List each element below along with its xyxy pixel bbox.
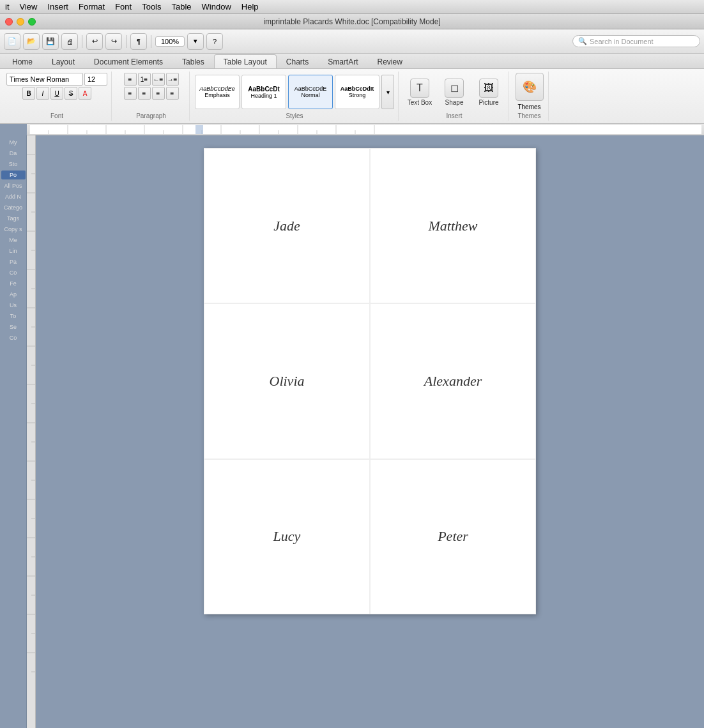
themes-button-label: Themes <box>517 103 540 110</box>
window-title: imprintable Placards White.doc [Compatib… <box>263 17 440 26</box>
numbered-list-button[interactable]: 1≡ <box>138 73 151 86</box>
tab-tables[interactable]: Tables <box>172 54 214 68</box>
placard-name-lucy: Lucy <box>273 528 301 545</box>
zoom-dropdown[interactable]: ▾ <box>187 33 204 50</box>
style-emphasis[interactable]: AaBbCcDdEe Emphasis <box>195 75 240 109</box>
placard-cell-peter[interactable]: Peter <box>370 459 536 614</box>
align-center-button[interactable]: ≡ <box>138 87 151 100</box>
style-heading1[interactable]: AaBbCcDt Heading 1 <box>241 75 286 109</box>
sidebar-item-sto[interactable]: Sto <box>1 160 26 169</box>
bold-button[interactable]: B <box>22 87 35 100</box>
minimize-button[interactable] <box>17 18 24 26</box>
menu-item-view[interactable]: View <box>20 2 38 11</box>
sidebar-item-categ[interactable]: Catego <box>1 203 26 212</box>
outdent-button[interactable]: ←≡ <box>152 73 165 86</box>
themes-group: 🎨 Themes Themes <box>510 72 549 121</box>
menu-item-tools[interactable]: Tools <box>142 2 161 11</box>
redo-button[interactable]: ↪ <box>105 33 122 50</box>
sidebar-item-to[interactable]: To <box>1 312 26 321</box>
tab-smartart[interactable]: SmartArt <box>318 54 367 68</box>
sidebar-item-co2[interactable]: Co <box>1 333 26 342</box>
sidebar-item-addn[interactable]: Add N <box>1 192 26 201</box>
placard-cell-olivia[interactable]: Olivia <box>204 303 370 459</box>
menu-item-it[interactable]: it <box>5 2 10 11</box>
insert-picture-button[interactable]: 🖼 Picture <box>473 75 505 109</box>
placard-name-olivia: Olivia <box>270 373 305 390</box>
tab-charts[interactable]: Charts <box>277 54 318 68</box>
undo-button[interactable]: ↩ <box>86 33 103 50</box>
bullet-list-button[interactable]: ≡ <box>124 73 137 86</box>
tab-review[interactable]: Review <box>368 54 412 68</box>
sidebar-item-fe[interactable]: Fe <box>1 279 26 288</box>
style-strong[interactable]: AaBbCcDdIt Strong <box>335 75 379 109</box>
style-normal[interactable]: AaBbCcDdE Normal <box>288 75 333 109</box>
sidebar-item-tags[interactable]: Tags <box>1 214 26 223</box>
strikethrough-button[interactable]: S <box>65 87 77 100</box>
sidebar-item-po[interactable]: Po <box>1 171 26 179</box>
vertical-ruler <box>27 135 36 728</box>
themes-button[interactable]: 🎨 <box>516 73 544 101</box>
font-name-input[interactable]: Times New Roman <box>6 73 83 86</box>
tab-home[interactable]: Home <box>3 54 42 68</box>
sidebar-item-copys[interactable]: Copy s <box>1 225 26 234</box>
styles-group: AaBbCcDdEe Emphasis AaBbCcDt Heading 1 A… <box>191 72 399 121</box>
document-area[interactable]: Jade Matthew Olivia Alexander Lucy Peter <box>36 135 704 728</box>
placard-cell-lucy[interactable]: Lucy <box>204 459 370 614</box>
styles-more-button[interactable]: ▾ <box>381 75 394 109</box>
underline-button[interactable]: U <box>50 87 63 100</box>
paragraph-label: Paragraph <box>136 111 166 119</box>
sidebar-item-me[interactable]: Me <box>1 236 26 245</box>
tab-document-elements[interactable]: Document Elements <box>84 54 172 68</box>
insert-textbox-button[interactable]: T Text Box <box>404 75 436 109</box>
sidebar-item-ap[interactable]: Ap <box>1 290 26 299</box>
style-normal-preview: AaBbCcDdE <box>295 86 327 92</box>
sidebar-item-pa[interactable]: Pa <box>1 257 26 266</box>
insert-shape-button[interactable]: ◻ Shape <box>438 75 470 109</box>
paragraph-content: ≡ 1≡ ←≡ →≡ ≡ ≡ ≡ ≡ <box>117 73 185 111</box>
menu-item-font[interactable]: Font <box>115 2 132 11</box>
save-button[interactable]: 💾 <box>42 33 59 50</box>
themes-content: 🎨 Themes <box>516 73 544 111</box>
font-color-button[interactable]: A <box>79 87 91 100</box>
new-button[interactable]: 📄 <box>4 33 20 50</box>
sidebar-item-da[interactable]: Da <box>1 149 26 158</box>
sidebar-item-lin[interactable]: Lin <box>1 246 26 255</box>
style-heading1-preview: AaBbCcDt <box>248 86 279 93</box>
window-controls <box>5 18 36 26</box>
themes-label: Themes <box>517 111 540 119</box>
menu-item-help[interactable]: Help <box>241 2 259 11</box>
indent-button[interactable]: →≡ <box>166 73 179 86</box>
font-size-input[interactable]: 12 <box>84 73 107 86</box>
justify-button[interactable]: ≡ <box>166 87 179 100</box>
tab-layout[interactable]: Layout <box>42 54 84 68</box>
placard-cell-jade[interactable]: Jade <box>204 148 370 303</box>
style-normal-label: Normal <box>301 92 319 98</box>
italic-button[interactable]: I <box>36 87 49 100</box>
placard-cell-alexander[interactable]: Alexander <box>370 303 536 459</box>
zoom-level[interactable]: 100% <box>155 36 185 47</box>
close-button[interactable] <box>5 18 13 26</box>
tab-table-layout[interactable]: Table Layout <box>214 54 277 68</box>
placard-name-peter: Peter <box>438 528 468 545</box>
sidebar-item-us[interactable]: Us <box>1 301 26 310</box>
open-button[interactable]: 📂 <box>23 33 40 50</box>
help-circle[interactable]: ? <box>206 33 223 50</box>
menu-item-table[interactable]: Table <box>172 2 192 11</box>
font-group: Times New Roman 12 B I U S A Font <box>3 72 112 121</box>
align-right-button[interactable]: ≡ <box>152 87 165 100</box>
sidebar-item-co[interactable]: Co <box>1 268 26 277</box>
font-group-content: Times New Roman 12 B I U S A <box>6 73 107 111</box>
sidebar-item-allpos[interactable]: All Pos <box>1 181 26 190</box>
placard-cell-matthew[interactable]: Matthew <box>370 148 536 303</box>
search-box[interactable]: 🔍 Search in Document <box>572 35 700 47</box>
paragraph-marks-button[interactable]: ¶ <box>130 33 147 50</box>
sidebar-item-se[interactable]: Se <box>1 322 26 331</box>
sidebar-item-my[interactable]: My <box>1 138 26 147</box>
maximize-button[interactable] <box>28 18 36 26</box>
menu-item-format[interactable]: Format <box>79 2 105 11</box>
menu-item-window[interactable]: Window <box>202 2 231 11</box>
align-left-button[interactable]: ≡ <box>124 87 137 100</box>
ruler <box>27 124 704 135</box>
menu-item-insert[interactable]: Insert <box>47 2 68 11</box>
print-button[interactable]: 🖨 <box>61 33 78 50</box>
